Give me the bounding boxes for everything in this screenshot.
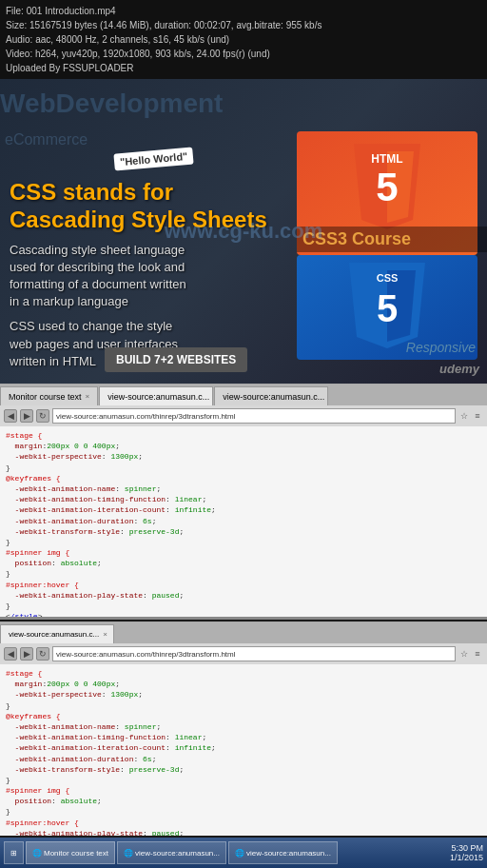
code-line: } [6, 463, 481, 473]
back-button-1[interactable]: ◀ [4, 409, 17, 423]
code-line: @keyframes { [6, 473, 481, 483]
tab-monitor[interactable]: Monitor course text × [0, 386, 98, 405]
refresh-button-1[interactable]: ↻ [36, 409, 49, 423]
code-line: -webkit-transform-style: preserve-3d; [6, 526, 481, 537]
star-icon-1[interactable]: ☆ [458, 410, 470, 422]
code-line: -webkit-animation-iteration-count: infin… [6, 504, 481, 515]
info-line-3: Audio: aac, 48000 Hz, 2 channels, s16, 4… [6, 32, 481, 47]
code-line: margin:200px 0 0 400px; [6, 679, 481, 689]
bg-ecom-text: eCommerce [5, 131, 88, 148]
browser-icons-2: ☆ ≡ [458, 648, 483, 660]
code-line: -webkit-animation-play-state: paused; [6, 590, 481, 601]
code-line: } [6, 775, 481, 785]
start-button[interactable]: ⊞ [4, 841, 24, 864]
svg-text:5: 5 [377, 287, 398, 329]
code-line: -webkit-animation-timing-function: linea… [6, 732, 481, 742]
ie-icon-2: 🌐 [124, 849, 133, 858]
taskbar-window-1[interactable]: 🌐 Monitor course text [26, 841, 115, 864]
menu-icon-1[interactable]: ≡ [472, 410, 483, 422]
code-line: #stage { [6, 430, 481, 441]
code-line: } [6, 537, 481, 547]
code-line: -webkit-animation-duration: 6s; [6, 516, 481, 526]
tab-close-4[interactable]: × [103, 630, 107, 639]
tab-close-1[interactable]: × [86, 392, 90, 401]
browser-tabs-1: Monitor course text × view-source:anumas… [0, 385, 487, 405]
code-line: } [6, 700, 481, 711]
info-line-1: File: 001 Introduction.mp4 [6, 4, 481, 18]
main-text-area: CSS stands for Cascading Style Sheets Ca… [10, 179, 285, 370]
forward-button-2[interactable]: ▶ [20, 647, 33, 661]
back-button-2[interactable]: ◀ [4, 647, 17, 661]
code-line: #spinner img { [6, 785, 481, 796]
browser-window-2: view-source:anumasun.c... × ◀ ▶ ↻ view-s… [0, 621, 487, 664]
info-line-2: Size: 15167519 bytes (14.46 MiB), durati… [6, 18, 481, 32]
menu-icon-2[interactable]: ≡ [472, 648, 483, 660]
browser-icons-1: ☆ ≡ [458, 410, 483, 422]
tab-source-1[interactable]: view-source:anumasun.c... × [99, 386, 213, 405]
svg-text:HTML: HTML [371, 152, 402, 166]
code-line: @keyframes { [6, 711, 481, 721]
forward-button-1[interactable]: ▶ [20, 409, 33, 423]
css-title: CSS stands for Cascading Style Sheets [10, 179, 285, 234]
browser-addressbar-1: ◀ ▶ ↻ view-source:anumasun.com/thinrep/3… [0, 405, 487, 426]
code-line: position: absolute; [6, 796, 481, 806]
code-line: position: absolute; [6, 558, 481, 568]
code-line: -webkit-animation-duration: 6s; [6, 754, 481, 764]
code-line: -webkit-animation-name: spinner; [6, 721, 481, 732]
info-line-5: Uploaded By FSSUPLOADER [6, 61, 481, 75]
bg-webdev-text: WebDevelopment [0, 89, 223, 119]
code-line: #spinner:hover { [6, 580, 481, 590]
code-line: -webkit-animation-timing-function: linea… [6, 494, 481, 504]
tab-source-3[interactable]: view-source:anumasun.c... × [0, 624, 114, 643]
star-icon-2[interactable]: ☆ [458, 648, 470, 660]
code-line: #spinner:hover { [6, 818, 481, 828]
url-bar-1[interactable]: view-source:anumasun.com/thinrep/3dtrans… [52, 408, 456, 424]
browser-tabs-2: view-source:anumasun.c... × [0, 622, 487, 643]
code-line: -webkit-animation-iteration-count: infin… [6, 742, 481, 753]
browser-window-1: Monitor course text × view-source:anumas… [0, 384, 487, 426]
code-line: -webkit-perspective: 1300px; [6, 689, 481, 700]
info-line-4: Video: h264, yuv420p, 1920x1080, 903 kb/… [6, 47, 481, 61]
taskbar-clock: 5:30 PM 1/1/2015 [450, 843, 483, 862]
code-area-2: #stage { margin:200px 0 0 400px; -webkit… [0, 664, 487, 836]
code-area-1: #stage { margin:200px 0 0 400px; -webkit… [0, 426, 487, 617]
browser-addressbar-2: ◀ ▶ ↻ view-source:anumasun.com/thinrep/3… [0, 643, 487, 664]
url-bar-2[interactable]: view-source:anumasun.com/thinrep/3dtrans… [52, 646, 456, 661]
svg-text:5: 5 [376, 165, 398, 209]
code-line: } [6, 601, 481, 611]
css3-course-banner: CSS3 Course [297, 227, 487, 252]
code-line: } [6, 568, 481, 579]
css3-course-label: CSS3 Course [302, 229, 411, 248]
taskbar-window-2[interactable]: 🌐 view-source:anumasun... [117, 841, 226, 864]
udemy-logo: udemy [439, 362, 479, 376]
code-line: margin:200px 0 0 400px; [6, 441, 481, 451]
ie-icon-3: 🌐 [235, 849, 244, 858]
svg-text:CSS: CSS [377, 272, 399, 284]
taskbar-window-3[interactable]: 🌐 view-source:anumasun... [228, 841, 338, 864]
code-line: #spinner img { [6, 547, 481, 558]
code-line: } [6, 806, 481, 817]
ie-icon: 🌐 [32, 849, 42, 858]
refresh-button-2[interactable]: ↻ [36, 647, 49, 661]
tab-source-2[interactable]: view-source:anumasun.c... × [214, 386, 328, 405]
section-divider [0, 617, 487, 620]
windows-icon: ⊞ [10, 849, 17, 858]
description-1: Cascading style sheet language used for … [10, 242, 285, 311]
code-line: -webkit-perspective: 1300px; [6, 451, 481, 462]
code-line: -webkit-animation-play-state: paused; [6, 828, 481, 836]
code-line: -webkit-transform-style: preserve-3d; [6, 764, 481, 775]
video-frame: WebDevelopment eCommerce "Hello World" 5… [0, 79, 487, 384]
code-line: #stage { [6, 668, 481, 679]
build-button: BUILD 7+2 WEBSITES [105, 347, 247, 372]
responsive-label: Responsive [406, 340, 476, 355]
info-bar: File: 001 Introduction.mp4 Size: 1516751… [0, 0, 487, 79]
code-line: -webkit-animation-name: spinner; [6, 483, 481, 494]
taskbar: ⊞ 🌐 Monitor course text 🌐 view-source:an… [0, 838, 487, 868]
